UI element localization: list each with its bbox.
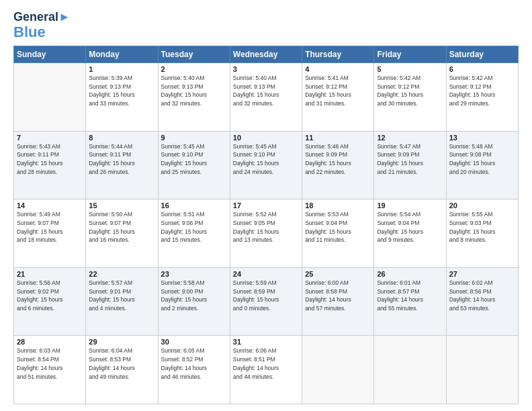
calendar-cell [446,336,518,404]
day-info: Sunrise: 5:48 AM Sunset: 9:08 PM Dayligh… [449,142,515,177]
day-info: Sunrise: 6:04 AM Sunset: 8:53 PM Dayligh… [89,347,154,381]
calendar-cell: 31Sunrise: 6:06 AM Sunset: 8:51 PM Dayli… [230,336,302,404]
day-info: Sunrise: 5:53 AM Sunset: 9:04 PM Dayligh… [305,210,371,244]
calendar-cell: 3Sunrise: 5:40 AM Sunset: 9:13 PM Daylig… [230,62,302,131]
day-info: Sunrise: 6:00 AM Sunset: 8:58 PM Dayligh… [305,279,371,313]
calendar-cell: 17Sunrise: 5:52 AM Sunset: 9:05 PM Dayli… [230,199,302,268]
calendar-cell: 28Sunrise: 6:03 AM Sunset: 8:54 PM Dayli… [14,336,86,404]
calendar-cell: 1Sunrise: 5:39 AM Sunset: 9:13 PM Daylig… [86,62,158,131]
day-number: 6 [449,65,515,73]
calendar-cell: 4Sunrise: 5:41 AM Sunset: 9:12 PM Daylig… [302,62,374,131]
day-number: 24 [233,270,299,278]
day-info: Sunrise: 5:52 AM Sunset: 9:05 PM Dayligh… [233,210,299,244]
calendar-cell: 21Sunrise: 5:56 AM Sunset: 9:02 PM Dayli… [14,267,86,336]
day-info: Sunrise: 5:57 AM Sunset: 9:01 PM Dayligh… [89,279,154,313]
calendar-cell: 8Sunrise: 5:44 AM Sunset: 9:11 PM Daylig… [86,131,158,199]
day-info: Sunrise: 5:40 AM Sunset: 9:13 PM Dayligh… [161,74,227,108]
day-info: Sunrise: 6:01 AM Sunset: 8:57 PM Dayligh… [377,279,443,313]
day-number: 13 [449,134,515,142]
calendar-cell: 5Sunrise: 5:42 AM Sunset: 9:12 PM Daylig… [374,62,446,131]
calendar-cell: 22Sunrise: 5:57 AM Sunset: 9:01 PM Dayli… [86,267,158,336]
day-number: 11 [305,134,371,142]
calendar-cell [14,62,86,131]
day-number: 3 [233,65,299,73]
calendar-cell: 14Sunrise: 5:49 AM Sunset: 9:07 PM Dayli… [14,199,86,268]
calendar-cell: 19Sunrise: 5:54 AM Sunset: 9:04 PM Dayli… [374,199,446,268]
logo: General► Blue [13,11,71,40]
day-info: Sunrise: 6:06 AM Sunset: 8:51 PM Dayligh… [233,347,299,381]
logo-text: General► [13,11,71,24]
week-row-3: 14Sunrise: 5:49 AM Sunset: 9:07 PM Dayli… [14,199,519,268]
day-info: Sunrise: 5:50 AM Sunset: 9:07 PM Dayligh… [89,210,154,244]
weekday-header-wednesday: Wednesday [230,46,302,62]
day-number: 21 [17,270,83,278]
day-number: 26 [377,270,443,278]
weekday-header-thursday: Thursday [302,46,374,62]
day-number: 1 [89,65,154,73]
day-number: 7 [17,134,83,142]
day-number: 28 [17,338,83,346]
day-number: 31 [233,338,299,346]
day-info: Sunrise: 6:03 AM Sunset: 8:54 PM Dayligh… [17,347,83,381]
day-number: 25 [305,270,371,278]
day-number: 10 [233,134,299,142]
day-info: Sunrise: 5:42 AM Sunset: 9:12 PM Dayligh… [449,74,515,108]
day-number: 2 [161,65,227,73]
day-info: Sunrise: 5:39 AM Sunset: 9:13 PM Dayligh… [89,74,154,108]
day-info: Sunrise: 5:54 AM Sunset: 9:04 PM Dayligh… [377,210,443,244]
calendar-cell: 30Sunrise: 6:05 AM Sunset: 8:52 PM Dayli… [158,336,230,404]
day-info: Sunrise: 5:44 AM Sunset: 9:11 PM Dayligh… [89,142,154,177]
calendar-table: SundayMondayTuesdayWednesdayThursdayFrid… [13,46,519,404]
calendar-cell: 12Sunrise: 5:47 AM Sunset: 9:09 PM Dayli… [374,131,446,199]
day-number: 4 [305,65,371,73]
calendar-cell: 9Sunrise: 5:45 AM Sunset: 9:10 PM Daylig… [158,131,230,199]
calendar-cell: 24Sunrise: 5:59 AM Sunset: 8:59 PM Dayli… [230,267,302,336]
day-number: 27 [449,270,515,278]
weekday-header-row: SundayMondayTuesdayWednesdayThursdayFrid… [14,46,519,62]
day-info: Sunrise: 5:41 AM Sunset: 9:12 PM Dayligh… [305,74,371,108]
calendar-cell [374,336,446,404]
day-info: Sunrise: 5:40 AM Sunset: 9:13 PM Dayligh… [233,74,299,108]
day-info: Sunrise: 5:59 AM Sunset: 8:59 PM Dayligh… [233,279,299,313]
logo-text2: Blue [13,24,46,40]
calendar-cell: 27Sunrise: 6:02 AM Sunset: 8:56 PM Dayli… [446,267,518,336]
week-row-2: 7Sunrise: 5:43 AM Sunset: 9:11 PM Daylig… [14,131,519,199]
calendar-cell: 29Sunrise: 6:04 AM Sunset: 8:53 PM Dayli… [86,336,158,404]
weekday-header-friday: Friday [374,46,446,62]
day-number: 17 [233,201,299,210]
calendar-cell: 10Sunrise: 5:45 AM Sunset: 9:10 PM Dayli… [230,131,302,199]
calendar-cell: 18Sunrise: 5:53 AM Sunset: 9:04 PM Dayli… [302,199,374,268]
calendar-cell: 7Sunrise: 5:43 AM Sunset: 9:11 PM Daylig… [14,131,86,199]
day-info: Sunrise: 5:55 AM Sunset: 9:03 PM Dayligh… [449,210,515,244]
day-info: Sunrise: 5:45 AM Sunset: 9:10 PM Dayligh… [161,142,227,177]
day-number: 23 [161,270,227,278]
calendar-cell: 23Sunrise: 5:58 AM Sunset: 9:00 PM Dayli… [158,267,230,336]
day-number: 18 [305,201,371,210]
header: General► Blue [13,11,519,40]
calendar-cell: 13Sunrise: 5:48 AM Sunset: 9:08 PM Dayli… [446,131,518,199]
calendar-cell [302,336,374,404]
day-info: Sunrise: 5:45 AM Sunset: 9:10 PM Dayligh… [233,142,299,177]
calendar-cell: 11Sunrise: 5:46 AM Sunset: 9:09 PM Dayli… [302,131,374,199]
day-info: Sunrise: 5:42 AM Sunset: 9:12 PM Dayligh… [377,74,443,108]
calendar-cell: 16Sunrise: 5:51 AM Sunset: 9:06 PM Dayli… [158,199,230,268]
day-info: Sunrise: 5:58 AM Sunset: 9:00 PM Dayligh… [161,279,227,313]
day-number: 12 [377,134,443,142]
weekday-header-monday: Monday [86,46,158,62]
day-number: 14 [17,201,83,210]
calendar-cell: 20Sunrise: 5:55 AM Sunset: 9:03 PM Dayli… [446,199,518,268]
day-number: 29 [89,338,154,346]
day-number: 15 [89,201,154,210]
calendar-cell: 6Sunrise: 5:42 AM Sunset: 9:12 PM Daylig… [446,62,518,131]
weekday-header-saturday: Saturday [446,46,518,62]
day-number: 22 [89,270,154,278]
page: General► Blue SundayMondayTuesdayWednesd… [0,0,532,411]
day-info: Sunrise: 6:02 AM Sunset: 8:56 PM Dayligh… [449,279,515,313]
day-number: 8 [89,134,154,142]
day-number: 19 [377,201,443,210]
day-info: Sunrise: 5:46 AM Sunset: 9:09 PM Dayligh… [305,142,371,177]
day-info: Sunrise: 5:43 AM Sunset: 9:11 PM Dayligh… [17,142,83,177]
calendar-cell: 15Sunrise: 5:50 AM Sunset: 9:07 PM Dayli… [86,199,158,268]
day-number: 5 [377,65,443,73]
weekday-header-tuesday: Tuesday [158,46,230,62]
